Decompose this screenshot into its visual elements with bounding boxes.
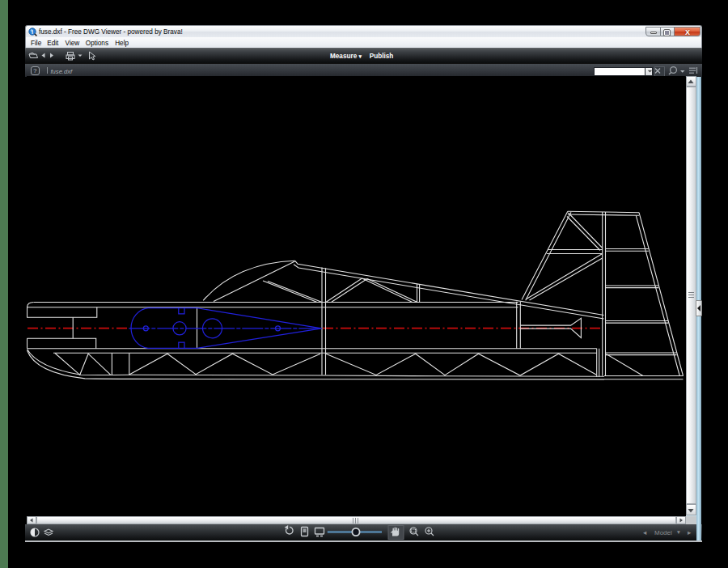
svg-text:i: i — [32, 29, 33, 35]
